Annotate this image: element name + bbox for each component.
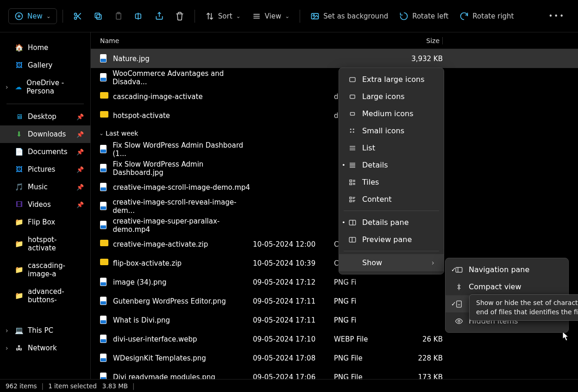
menu-item-label: Large icons	[362, 92, 405, 101]
separator	[300, 10, 300, 23]
share-icon	[155, 12, 164, 21]
separator	[195, 10, 195, 23]
menu-item-extra-large-icons[interactable]: Extra large icons	[339, 71, 444, 88]
hidden-icon	[455, 317, 463, 325]
sidebar-item-label: This PC	[28, 326, 53, 335]
set-background-button[interactable]: Set as background	[306, 8, 393, 25]
column-size[interactable]: Size	[406, 37, 443, 44]
file-row[interactable]: cascading-image-activateder	[91, 87, 578, 106]
svg-rect-35	[350, 180, 352, 181]
menu-item-content[interactable]: Content	[339, 191, 444, 208]
menu-item-small-icons[interactable]: Small icons	[339, 122, 444, 139]
menu-item-details-pane[interactable]: •Details pane	[339, 214, 444, 231]
image-file-icon	[100, 73, 109, 82]
file-type: PNG Fi	[334, 278, 406, 286]
home-icon: 🏠	[15, 44, 23, 52]
image-file-icon	[100, 164, 109, 173]
sidebar-item-videos[interactable]: 🎞Videos📌	[0, 196, 90, 213]
rename-button[interactable]	[130, 8, 148, 25]
copy-button[interactable]	[89, 8, 107, 25]
file-name: hotspot-activate	[113, 112, 170, 120]
file-name: image (34).png	[113, 278, 167, 286]
view-button[interactable]: View ⌄	[247, 8, 295, 25]
sidebar-item-folder[interactable]: 📁cascading-image-a	[0, 257, 90, 283]
file-row[interactable]: Nature.jpg3,932 KB	[91, 49, 578, 68]
menu-item-navigation-pane[interactable]: ✓Navigation pane	[446, 261, 568, 278]
file-date: 09-05-2024 17:11	[253, 316, 334, 324]
delete-button[interactable]	[170, 8, 189, 25]
menu-item-list[interactable]: List	[339, 139, 444, 156]
sidebar-item-folder[interactable]: 📁hotspot-activate	[0, 231, 90, 257]
menu-item-label: Extra large icons	[362, 75, 424, 84]
svg-rect-22	[350, 95, 355, 99]
picture-icon	[310, 12, 320, 21]
file-row[interactable]: Divi readymade modules.png09-05-2024 17:…	[91, 367, 578, 379]
chevron-down-icon: ⌄	[99, 130, 104, 137]
folder-icon	[100, 92, 109, 101]
menu-item-label: Details	[362, 161, 388, 169]
image-file-icon	[100, 278, 109, 287]
share-button[interactable]	[150, 8, 169, 25]
sidebar-item-downloads[interactable]: ⬇Downloads📌	[0, 125, 90, 143]
rotate-right-label: Rotate right	[472, 12, 514, 20]
file-row[interactable]: WDesignKit Templates.png09-05-2024 17:08…	[91, 348, 578, 367]
sidebar-item-folder[interactable]: 📁Flip Box	[0, 213, 90, 231]
file-row[interactable]: creative-image-scroll-reveal-image-dem..…	[91, 197, 578, 216]
tooltip-text: Show or hide the set of characters added…	[476, 299, 578, 316]
file-row[interactable]: creative-image-super-parallax-demo.mp494…	[91, 216, 578, 235]
file-row[interactable]: WooCommerce Advantages and Disadva...1,6…	[91, 68, 578, 87]
navpane-icon	[455, 266, 463, 274]
pc-icon: 💻	[15, 326, 23, 335]
chevron-down-icon: ⌄	[236, 13, 241, 19]
menu-item-show[interactable]: Show›	[339, 254, 444, 271]
file-name: creative-image-activate.zip	[113, 240, 208, 249]
pin-icon: 📌	[76, 201, 84, 208]
file-name: creative-image-super-parallax-demo.mp4	[113, 217, 253, 234]
cut-button[interactable]	[69, 8, 87, 25]
file-row[interactable]: creative-image-activate.zip10-05-2024 12…	[91, 235, 578, 254]
file-row[interactable]: Fix Slow WordPress Admin Dashboard (1...…	[91, 140, 578, 159]
sidebar-item-desktop[interactable]: 🖥Desktop📌	[0, 108, 90, 125]
sidebar-item-network[interactable]: 🖧Network	[0, 339, 90, 357]
dpane-icon	[348, 218, 357, 227]
menu-item-label: Show	[362, 258, 382, 267]
trash-icon	[175, 12, 184, 21]
group-header[interactable]: ⌄Last week	[91, 125, 578, 140]
sidebar-item-pc[interactable]: 💻This PC	[0, 322, 90, 339]
menu-item-tiles[interactable]: Tiles	[339, 174, 444, 191]
menu-item-medium-icons[interactable]: Medium icons	[339, 105, 444, 122]
file-type: WEBP File	[334, 335, 406, 343]
sidebar-item-folder[interactable]: 📁advanced-buttons-	[0, 283, 90, 309]
folder-icon	[100, 111, 109, 120]
rotate-left-button[interactable]: Rotate left	[395, 8, 453, 25]
file-size: 26 KB	[406, 335, 443, 343]
file-date: 09-05-2024 17:08	[253, 354, 334, 362]
more-button[interactable]: •••	[544, 8, 570, 24]
sidebar-item-label: hotspot-activate	[28, 236, 84, 252]
file-row[interactable]: hotspot-activateder	[91, 106, 578, 125]
sidebar-item-home[interactable]: 🏠Home	[0, 39, 90, 56]
menu-item-compact-view[interactable]: Compact view	[446, 278, 568, 295]
pin-icon: 📌	[76, 166, 84, 173]
details-icon	[348, 161, 357, 169]
menu-item-large-icons[interactable]: Large icons	[339, 88, 444, 105]
sidebar-item-music[interactable]: 🎵Music📌	[0, 178, 90, 196]
menu-item-details[interactable]: •Details	[339, 156, 444, 174]
status-selected: 1 item selected	[48, 382, 97, 390]
sidebar-item-label: advanced-buttons-	[28, 287, 84, 304]
sidebar-item-onedrive[interactable]: ☁OneDrive - Persona	[0, 74, 90, 100]
rotate-right-button[interactable]: Rotate right	[455, 8, 518, 25]
file-row[interactable]: Fix Slow WordPress Admin Dashboard.jpg89…	[91, 159, 578, 178]
menu-item-preview-pane[interactable]: Preview pane	[339, 231, 444, 248]
new-button[interactable]: New ⌄	[8, 8, 57, 24]
svg-point-20	[313, 14, 314, 16]
sidebar-item-gallery[interactable]: 🖼Gallery	[0, 56, 90, 74]
column-name[interactable]: Name	[100, 37, 253, 44]
paste-button[interactable]	[109, 8, 128, 25]
sidebar-item-pictures[interactable]: 🖼Pictures📌	[0, 161, 90, 178]
file-row[interactable]: creative-image-scroll-image-demo.mp4106 …	[91, 178, 578, 197]
folder-icon: 📁	[15, 240, 23, 248]
sidebar-item-documents[interactable]: 📄Documents📌	[0, 143, 90, 161]
videos-icon: 🎞	[15, 200, 23, 209]
sort-button[interactable]: Sort ⌄	[201, 8, 245, 25]
